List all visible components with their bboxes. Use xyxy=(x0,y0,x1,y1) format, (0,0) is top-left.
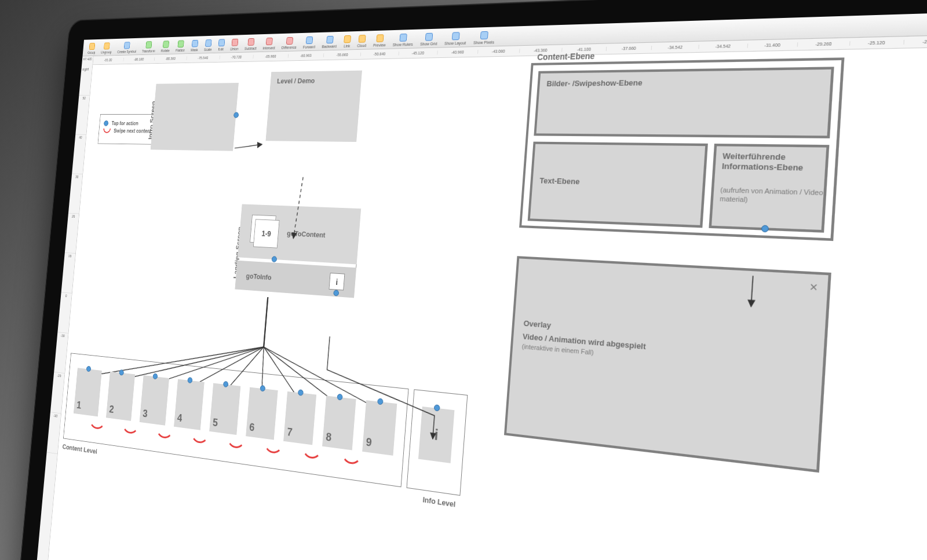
toolbar-item[interactable]: Preview xyxy=(373,34,386,47)
cell-dot[interactable] xyxy=(377,398,384,405)
ruler-tick: -43.360 xyxy=(519,48,562,53)
toolbar-item[interactable]: Subtract xyxy=(244,38,257,50)
card-stack-icon[interactable]: 1-9 xyxy=(249,215,280,250)
toolbar-icon xyxy=(231,39,238,46)
toolbar-item[interactable]: Cloud xyxy=(357,35,367,47)
tap-dot-icon xyxy=(104,120,108,126)
ruler-tick: -40.960 xyxy=(437,50,478,54)
toolbar-label: Edit xyxy=(218,47,224,51)
content-cell[interactable]: 2 xyxy=(106,372,135,421)
toolbar-icon xyxy=(286,37,293,45)
content-cell[interactable]: 1 xyxy=(74,368,102,416)
overlay-panel[interactable]: × Overlay Video / Animation wird abgespi… xyxy=(504,256,831,473)
weiter-title: Weiterführende Informations-Ebene xyxy=(721,151,826,174)
content-cell[interactable]: 5 xyxy=(209,383,240,435)
toolbar-item[interactable]: Backward xyxy=(322,36,337,49)
weiter-panel[interactable]: Weiterführende Informations-Ebene (aufru… xyxy=(709,144,829,233)
info-cell[interactable]: i xyxy=(418,407,454,463)
toolbar-label: Rotate xyxy=(160,49,170,52)
toolbar-label: Difference xyxy=(282,45,297,49)
toolbar-label: Cloud xyxy=(357,43,366,47)
toolbar-item[interactable]: Show Grid xyxy=(420,32,438,46)
toolbar-icon xyxy=(163,41,169,47)
toolbar-item[interactable]: Intersect xyxy=(262,38,276,50)
goto-info-label: goToInfo xyxy=(246,272,272,281)
legend-swipe-label: Swipe next content xyxy=(114,128,152,134)
info-cell-label: i xyxy=(433,426,439,444)
toolbar-label: Backward xyxy=(322,45,337,49)
toolbar-item[interactable]: Rotate xyxy=(160,41,170,52)
content-cell[interactable]: 7 xyxy=(283,391,316,445)
info-button[interactable]: i xyxy=(329,273,345,290)
content-cell[interactable]: 9 xyxy=(362,400,397,456)
landing-info-dot[interactable] xyxy=(333,290,339,296)
content-cell[interactable]: 3 xyxy=(140,375,169,426)
toolbar-icon xyxy=(306,36,313,44)
toolbar-item[interactable]: Group xyxy=(87,43,96,54)
toolbar-label: Intersect xyxy=(262,46,275,50)
content-cell[interactable]: 6 xyxy=(246,387,278,440)
content-ebene-frame xyxy=(519,57,844,241)
cell-number: 3 xyxy=(143,407,148,420)
cell-number: 1 xyxy=(76,399,82,411)
toolbar-label: Ungroup xyxy=(101,50,112,54)
toolbar-label: Subtract xyxy=(244,46,257,50)
info-cell-dot[interactable] xyxy=(434,404,440,411)
ruler-tick: -37.660 xyxy=(606,46,652,51)
ruler-tick: -70.720 xyxy=(220,55,254,60)
weiter-dot[interactable] xyxy=(761,225,769,233)
toolbar-item[interactable]: Link xyxy=(344,35,352,48)
toolbar-label: Show Rulers xyxy=(393,42,413,47)
toolbar-icon xyxy=(192,40,198,47)
toolbar-icon xyxy=(124,42,130,49)
content-level-label: Content Level xyxy=(62,442,97,455)
toolbar-label: Forward xyxy=(303,45,316,49)
cell-dot[interactable] xyxy=(152,373,158,379)
toolbar-item[interactable]: Create Symbol xyxy=(117,42,137,54)
toolbar-label: Link xyxy=(344,44,350,48)
content-cell[interactable]: 4 xyxy=(174,379,205,430)
cell-number: 5 xyxy=(212,416,218,429)
toolbar-label: Transform xyxy=(142,49,155,53)
toolbar-item[interactable]: Edit xyxy=(218,39,225,51)
content-cell[interactable]: 8 xyxy=(322,396,356,450)
landing-screen-box[interactable]: 1-9 goToContent goToInfo i xyxy=(235,204,361,298)
toolbar-item[interactable]: Mask xyxy=(191,40,199,52)
cell-number: 7 xyxy=(287,426,293,439)
level-demo-box[interactable]: Level / Demo xyxy=(265,71,362,142)
level-demo-label: Level / Demo xyxy=(277,76,315,85)
intro-tap-dot[interactable] xyxy=(233,112,239,118)
close-icon[interactable]: × xyxy=(809,280,819,295)
toolbar-item[interactable]: Ungroup xyxy=(101,42,112,54)
toolbar-item[interactable]: Show Rulers xyxy=(393,34,414,47)
toolbar-icon xyxy=(425,33,433,41)
ruler-tick: -80.360 xyxy=(155,56,187,60)
toolbar-item[interactable]: Forward xyxy=(303,36,316,49)
toolbar-item[interactable]: Show Pixels xyxy=(473,31,495,45)
ruler-tick: -34.542 xyxy=(699,43,747,49)
ruler-tick: -31.400 xyxy=(747,42,798,48)
toolbar-label: Scale xyxy=(204,47,212,52)
toolbar-item[interactable]: Flatten xyxy=(176,40,186,52)
toolbar-icon xyxy=(344,35,351,43)
cell-dot[interactable] xyxy=(187,377,192,383)
toolbar-item[interactable]: Show Layout xyxy=(444,32,467,46)
toolbar-item[interactable]: Scale xyxy=(204,39,213,52)
intro-screen-box[interactable] xyxy=(151,83,239,151)
cell-dot[interactable] xyxy=(337,394,342,401)
cell-dot[interactable] xyxy=(86,366,92,372)
toolbar-item[interactable]: Difference xyxy=(282,37,297,50)
cell-dot[interactable] xyxy=(119,369,124,376)
toolbar-item[interactable]: Union xyxy=(230,39,239,51)
cell-dot[interactable] xyxy=(298,389,304,396)
canvas[interactable]: Tap for action Swipe next content Intro … xyxy=(47,47,927,560)
cell-dot[interactable] xyxy=(260,385,265,391)
bilder-panel[interactable]: Bilder- /Swipeshow-Ebene xyxy=(534,67,834,138)
cell-number: 6 xyxy=(249,420,255,434)
toolbar-icon xyxy=(218,39,225,46)
cell-dot[interactable] xyxy=(223,381,228,387)
toolbar-icon xyxy=(104,42,110,49)
toolbar-icon xyxy=(89,43,95,50)
toolbar-item[interactable]: Transform xyxy=(142,41,156,53)
ruler-tick: -21.900 xyxy=(904,39,927,45)
